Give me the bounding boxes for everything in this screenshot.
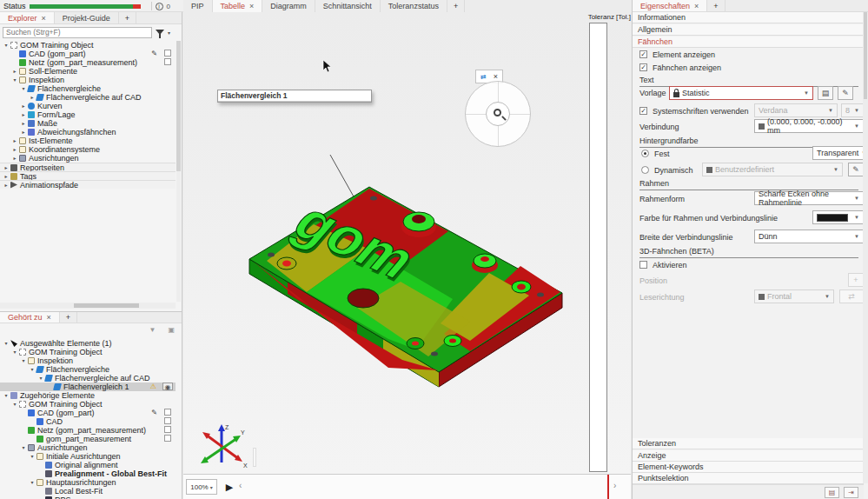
tree-item-tags[interactable]: ▸Tags [0, 171, 176, 180]
navigation-wheel[interactable] [465, 81, 531, 147]
expander-icon[interactable]: ▸ [20, 119, 27, 128]
play-button[interactable]: ▶ [222, 479, 237, 495]
tree-item-ausgew-hlte-elemente-1[interactable]: ▾Ausgewählte Elemente (1) [0, 339, 176, 348]
doc-tab-item[interactable]: + [447, 0, 465, 12]
tree-item-soll-elemente[interactable]: ▸Soll-Elemente [0, 67, 176, 76]
expander-icon[interactable]: ▾ [29, 365, 36, 374]
properties-tab-eigenschaften[interactable]: Eigenschaften× [633, 0, 707, 11]
tree-item-ausrichtungen[interactable]: ▸Ausrichtungen [0, 154, 176, 163]
systemschriften-checkbox[interactable]: ✓ [639, 107, 647, 115]
tree-item-netz-gom-part-measurement[interactable]: Netz (gom_part_measurement) [0, 426, 176, 435]
horizontal-scrollbar[interactable] [0, 303, 176, 309]
vorlage-select[interactable]: Statistic ▼ [669, 86, 813, 100]
properties-tab-item[interactable]: + [707, 0, 725, 11]
close-icon[interactable]: × [47, 313, 51, 322]
expander-icon[interactable]: ▾ [11, 400, 18, 409]
close-icon[interactable]: × [249, 2, 254, 10]
expander-icon[interactable]: ▾ [3, 391, 10, 400]
expander-icon[interactable]: ▾ [11, 348, 18, 356]
doc-tab-schnittansicht[interactable]: Schnittansicht [315, 0, 381, 12]
chevron-down-icon[interactable]: ▾ [168, 30, 170, 36]
checkbox-icon[interactable] [164, 426, 171, 433]
tree-item-ist-elemente[interactable]: ▸Ist-Elemente [0, 136, 176, 145]
tree-item-fl-chenvergleiche-auf-cad[interactable]: ▸Flächenvergleiche auf CAD [0, 93, 176, 102]
tree-scrollbar[interactable] [176, 41, 181, 302]
belongs-tab-item[interactable]: + [60, 312, 77, 323]
section-punktselektion[interactable]: Punktselektion [633, 473, 864, 484]
checkbox-icon[interactable] [164, 409, 171, 416]
edit-icon[interactable]: ✎ [151, 409, 157, 416]
section-informationen[interactable]: Informationen [633, 12, 864, 23]
tree-item-kurven[interactable]: ▸Kurven [0, 102, 176, 110]
section-allgemein[interactable]: Allgemein [633, 24, 864, 36]
tree-item-original-alignment[interactable]: Original alignment [0, 461, 176, 469]
close-icon[interactable]: × [42, 14, 46, 23]
3d-part[interactable]: gom gom [183, 12, 631, 474]
element-anzeigen-checkbox[interactable]: ✓ [639, 50, 647, 58]
checkbox-icon[interactable] [164, 58, 171, 65]
tree-item-initiale-ausrichtungen[interactable]: ▾Initiale Ausrichtungen [0, 452, 176, 461]
checkbox-icon[interactable] [164, 435, 171, 442]
section-faehnchen[interactable]: Fähnchen [633, 37, 864, 48]
dynamisch-radio[interactable] [641, 166, 649, 174]
expander-icon[interactable]: ▾ [3, 339, 10, 348]
expander-icon[interactable]: ▾ [20, 84, 27, 93]
surface-comparison-icon[interactable]: ⇄ [480, 73, 487, 81]
filter-icon[interactable] [156, 30, 164, 35]
expander-icon[interactable]: ▾ [37, 374, 44, 383]
tree-item-ma-e[interactable]: ▸Maße [0, 119, 176, 128]
scroll-left-icon[interactable]: ‹ [239, 481, 242, 490]
expander-icon[interactable]: ▾ [20, 356, 27, 365]
dynamisch-edit-button[interactable]: ✎ [848, 163, 864, 176]
tree-item-fl-chenvergleiche[interactable]: ▾Flächenvergleiche [0, 365, 176, 374]
tree-item-reportseiten[interactable]: ▸Reportseiten [0, 163, 176, 171]
tree-item-form-lage[interactable]: ▸Form/Lage [0, 110, 176, 119]
doc-tab-tabelle[interactable]: Tabelle× [213, 0, 263, 12]
tree-item-cad-gom-part[interactable]: CAD (gom_part)✎ [0, 50, 176, 58]
belongs-tab-geh-rt-zu[interactable]: Gehört zu× [0, 312, 60, 323]
checkbox-icon[interactable] [164, 50, 171, 57]
timeline-playhead[interactable] [607, 475, 609, 499]
tree-item-ausrichtungen[interactable]: ▾Ausrichtungen [0, 443, 176, 452]
3d-viewport[interactable]: gom gom Flächenvergleich 1 Toleranz [Tol… [183, 12, 631, 474]
expander-icon[interactable]: ▸ [20, 128, 27, 136]
filter-small-icon[interactable]: ▼ [149, 326, 156, 334]
expander-icon[interactable]: ▸ [11, 136, 18, 145]
tree-item-fl-chenvergleich-1[interactable]: Flächenvergleich 1⚠◉ [0, 383, 176, 391]
expander-icon[interactable]: ▾ [29, 478, 36, 487]
faehnchen-anzeigen-checkbox[interactable]: ✓ [639, 63, 647, 71]
search-input[interactable] [3, 27, 152, 38]
tree-item-hauptausrichtungen[interactable]: ▾Hauptausrichtungen [0, 478, 176, 487]
rahmenform-select[interactable]: Scharfe Ecken ohne Rahmenlinie▼ [754, 191, 864, 205]
fest-color-select[interactable]: Transparent▼ [812, 146, 864, 160]
deviation-label-table[interactable]: Flächenvergleich 1 [217, 90, 372, 103]
explorer-tab-explorer[interactable]: Explorer× [0, 12, 55, 23]
edit-icon[interactable]: ✎ [151, 50, 157, 57]
close-icon[interactable]: × [694, 2, 699, 10]
explorer-tab-item[interactable]: + [119, 12, 136, 23]
template-edit-button[interactable]: ✎ [838, 86, 853, 100]
verbindung-select[interactable]: (0.000, 0.000, -0.000) mm ▼ [754, 119, 864, 133]
template-list-button[interactable]: ▤ [818, 86, 833, 100]
expander-icon[interactable]: ▾ [11, 76, 18, 84]
close-icon[interactable]: × [494, 72, 498, 81]
expander-icon[interactable]: ▾ [29, 452, 36, 461]
tree-item-netz-gom-part-measurement[interactable]: Netz (gom_part_measurement) [0, 58, 176, 67]
expander-icon[interactable]: ▸ [11, 67, 18, 76]
tree-item-gom-training-object[interactable]: ▾GOM Training Object [0, 400, 176, 409]
animation-timeline[interactable]: 100%▾ ▶ ‹ › [183, 474, 631, 499]
section-toleranzen[interactable]: Toleranzen [633, 438, 864, 449]
eye-icon[interactable]: ◉ [162, 383, 173, 390]
properties-scrollbar[interactable] [863, 12, 868, 483]
expander-icon[interactable]: ▸ [20, 110, 27, 119]
tree-item-zugeh-rige-elemente[interactable]: ▾Zugehörige Elemente [0, 391, 176, 400]
section-element-keywords[interactable]: Element-Keywords [633, 462, 864, 473]
tree-item-local-best-fit[interactable]: Local Best-Fit [0, 487, 176, 496]
expander-icon[interactable]: ▸ [3, 181, 10, 190]
expander-icon[interactable]: ▸ [3, 163, 10, 172]
breite-select[interactable]: Dünn▼ [754, 230, 864, 243]
doc-tab-diagramm[interactable]: Diagramm [262, 0, 315, 12]
tree-item-abweichungsf-hnchen[interactable]: ▸Abweichungsfähnchen [0, 128, 176, 136]
checkbox-icon[interactable] [164, 417, 171, 424]
tree-item-fl-chenvergleiche[interactable]: ▾Flächenvergleiche [0, 84, 176, 93]
